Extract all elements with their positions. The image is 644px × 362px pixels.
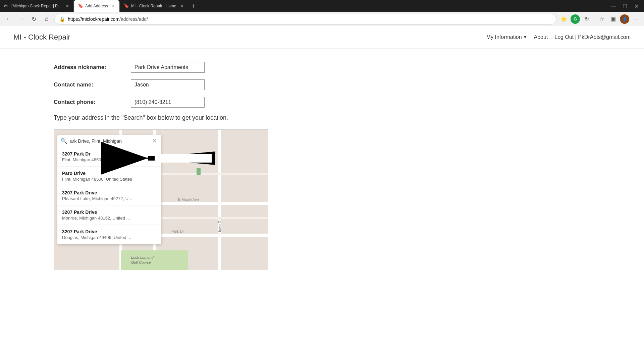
reload-button[interactable]: ↻ (29, 14, 39, 24)
svg-text:Howe Rd: Howe Rd (218, 219, 222, 234)
suggestion-subtitle-1: Flint, Michigan 48506, United States (62, 177, 157, 182)
menu-icon[interactable]: ⋯ (631, 14, 641, 24)
suggestion-item-2[interactable]: 3207 Park Drive Pleasant Lake, Michigan … (57, 186, 161, 205)
page-content: Address nickname: Contact name: Contact … (0, 49, 644, 284)
suggestion-subtitle-4: Douglas, Michigan 49406, United ... (62, 235, 157, 240)
map-container: S Center Rd Dublin Rd Howe Rd E Maple Av… (54, 129, 268, 270)
nickname-group: Address nickname: (54, 62, 590, 73)
browser-tabs: ✉ [Michigan Clock Repair] Please C ✕ 🔖 A… (0, 0, 644, 12)
tab-add-address-close[interactable]: ✕ (111, 3, 115, 9)
header-nav: My Information ▼ About Log Out | PkDrApt… (486, 34, 631, 40)
tab-home-title: MI - Clock Repair | Home (131, 4, 176, 8)
nickname-label: Address nickname: (54, 64, 131, 71)
tab-add-address[interactable]: 🔖 Add Address ✕ (74, 0, 120, 12)
back-button[interactable]: ← (3, 14, 13, 24)
browser-chrome: ✉ [Michigan Clock Repair] Please C ✕ 🔖 A… (0, 0, 644, 26)
browser-toolbar: ← → ↻ ⌂ 🔒 https://miclockrepair.com/addr… (0, 12, 644, 26)
url-path: /address/add/ (119, 16, 148, 22)
forward-button[interactable]: → (16, 14, 26, 24)
suggestion-subtitle-3: Monroe, Michigan 48162, United ... (62, 216, 157, 221)
site-title: MI - Clock Repair (13, 33, 70, 42)
search-icon: 🔍 (61, 138, 67, 144)
svg-text:E Maple Ave: E Maple Ave (178, 197, 199, 201)
window-controls: — ☐ ✕ (606, 0, 644, 12)
lock-icon: 🔒 (59, 16, 65, 22)
page-header: MI - Clock Repair My Information ▼ About… (0, 26, 644, 49)
extensions-icon[interactable]: ⭐ (559, 14, 569, 24)
search-clear-icon[interactable]: ✕ (151, 138, 158, 144)
contact-group: Contact name: (54, 79, 590, 90)
url-display: https://miclockrepair.com/address/add/ (68, 16, 551, 22)
home-button[interactable]: ⌂ (42, 14, 52, 24)
svg-text:Park Dr: Park Dr (171, 229, 184, 233)
suggestion-subtitle-2: Pleasant Lake, Michigan 49272, U... (62, 196, 157, 201)
suggestion-title-4: 3207 Park Drive (62, 229, 157, 234)
refresh-icon[interactable]: ↻ (582, 14, 591, 24)
home-favicon: 🔖 (124, 3, 129, 9)
svg-text:Loch Lomond: Loch Lomond (131, 255, 154, 259)
instruction-text: Type your address in the "Search" box be… (54, 114, 590, 121)
address-bar[interactable]: 🔒 https://miclockrepair.com/address/add/ (54, 14, 556, 24)
svg-marker-21 (155, 154, 212, 163)
grammarly-icon[interactable]: G (571, 14, 580, 24)
favorites-icon[interactable]: ☆ (597, 14, 606, 24)
arrow-annotation (138, 146, 225, 173)
my-information-link[interactable]: My Information ▼ (486, 34, 527, 40)
phone-label: Contact phone: (54, 99, 131, 106)
gmail-favicon: ✉ (4, 3, 9, 9)
suggestion-title-3: 3207 Park Drive (62, 209, 157, 215)
my-information-label: My Information (486, 34, 522, 40)
nickname-input[interactable] (131, 62, 205, 73)
logout-link[interactable]: Log Out | PkDrApts@gmail.com (554, 34, 631, 40)
tab-home[interactable]: 🔖 MI - Clock Repair | Home ✕ (120, 0, 188, 12)
contact-input[interactable] (131, 79, 205, 90)
tab-home-close[interactable]: ✕ (180, 3, 184, 9)
map-search-input[interactable] (70, 138, 151, 144)
toolbar-separator (594, 16, 594, 22)
dropdown-arrow-icon: ▼ (523, 35, 527, 40)
search-box: 🔍 ✕ (57, 135, 161, 147)
phone-input[interactable] (131, 97, 205, 108)
url-domain: https://miclockrepair.com (68, 16, 119, 22)
about-link[interactable]: About (534, 34, 548, 40)
profile-icon[interactable]: 👤 (620, 14, 629, 24)
phone-group: Contact phone: (54, 97, 590, 108)
add-address-favicon: 🔖 (78, 3, 83, 9)
tab-gmail-title: [Michigan Clock Repair] Please C (11, 4, 62, 8)
suggestion-title-2: 3207 Park Drive (62, 190, 157, 195)
close-button[interactable]: ✕ (631, 1, 641, 11)
maximize-button[interactable]: ☐ (620, 1, 630, 11)
minimize-button[interactable]: — (608, 1, 619, 11)
collections-icon[interactable]: ▣ (608, 14, 618, 24)
tab-gmail-close[interactable]: ✕ (65, 3, 69, 9)
suggestion-item-4[interactable]: 3207 Park Drive Douglas, Michigan 49406,… (57, 225, 161, 244)
svg-text:Golf Course: Golf Course (131, 260, 151, 264)
suggestion-item-3[interactable]: 3207 Park Drive Monroe, Michigan 48162, … (57, 205, 161, 225)
new-tab-button[interactable]: + (188, 0, 199, 12)
toolbar-actions: ⭐ G ↻ ☆ ▣ 👤 ⋯ (559, 14, 641, 24)
contact-label: Contact name: (54, 81, 131, 88)
tab-gmail[interactable]: ✉ [Michigan Clock Repair] Please C ✕ (0, 0, 74, 12)
tab-add-address-title: Add Address (85, 4, 108, 8)
